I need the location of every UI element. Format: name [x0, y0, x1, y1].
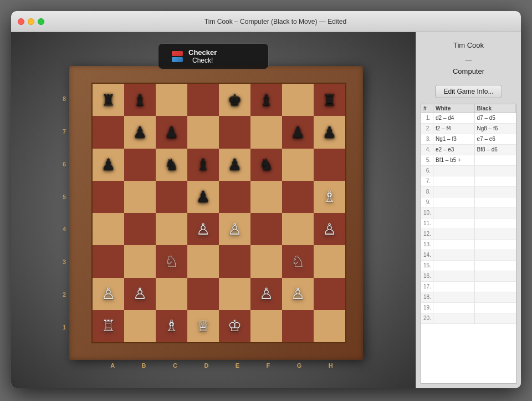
move-row[interactable]: 4. e2 – e3 Bf8 – d6 — [421, 145, 516, 155]
move-white — [433, 313, 475, 323]
chess-cell[interactable] — [282, 310, 314, 342]
chess-cell[interactable]: ♟ — [314, 116, 345, 148]
chess-cell[interactable] — [314, 149, 345, 181]
black-piece: ♟ — [165, 123, 178, 141]
chess-cell[interactable]: ♗ — [314, 181, 345, 213]
chess-cell[interactable]: ♖ — [93, 310, 124, 342]
chess-cell[interactable] — [187, 278, 219, 310]
notif-icon-bottom — [172, 57, 183, 62]
chess-cell[interactable]: ♙ — [187, 213, 219, 245]
chess-cell[interactable] — [124, 245, 156, 277]
move-number: 9. — [421, 197, 433, 207]
move-row[interactable]: 13. — [421, 240, 516, 250]
chess-cell[interactable]: ♘ — [156, 245, 187, 277]
move-white — [433, 187, 475, 197]
move-row[interactable]: 14. — [421, 250, 516, 261]
move-row[interactable]: 20. — [421, 313, 516, 324]
maximize-button[interactable] — [38, 18, 44, 25]
chess-cell[interactable] — [219, 181, 250, 213]
chess-cell[interactable]: ♟ — [156, 116, 187, 148]
chess-cell[interactable]: ♘ — [282, 245, 314, 277]
chess-cell[interactable]: ♞ — [156, 149, 187, 181]
chess-cell[interactable]: ♟ — [187, 181, 219, 213]
chess-cell[interactable]: ♕ — [187, 310, 219, 342]
chess-cell[interactable] — [314, 310, 345, 342]
chess-cell[interactable] — [219, 245, 250, 277]
move-row[interactable]: 19. — [421, 303, 516, 313]
chess-cell[interactable]: ♙ — [282, 278, 314, 310]
chess-cell[interactable] — [124, 213, 156, 245]
close-button[interactable] — [18, 18, 24, 25]
chess-cell[interactable]: ♙ — [250, 278, 282, 310]
move-row[interactable]: 11. — [421, 219, 516, 229]
chess-cell[interactable] — [250, 213, 282, 245]
chess-cell[interactable]: ♟ — [124, 116, 156, 148]
chess-cell[interactable]: ♝ — [124, 84, 156, 116]
chess-cell[interactable] — [156, 213, 187, 245]
move-row[interactable]: 6. — [421, 166, 516, 176]
move-row[interactable]: 15. — [421, 261, 516, 271]
chess-cell[interactable]: ♞ — [250, 149, 282, 181]
chess-cell[interactable]: ♔ — [219, 310, 250, 342]
chess-cell[interactable] — [156, 181, 187, 213]
chess-cell[interactable]: ♝ — [187, 149, 219, 181]
move-row[interactable]: 17. — [421, 282, 516, 292]
chess-cell[interactable] — [93, 245, 124, 277]
chess-cell[interactable] — [282, 149, 314, 181]
chess-cell[interactable] — [250, 116, 282, 148]
chess-cell[interactable]: ♜ — [93, 84, 124, 116]
move-row[interactable]: 16. — [421, 271, 516, 282]
move-row[interactable]: 8. — [421, 187, 516, 197]
chess-cell[interactable] — [250, 181, 282, 213]
chess-cell[interactable]: ♙ — [219, 213, 250, 245]
sidebar: Tim Cook — Computer Edit Game Info... # … — [416, 32, 521, 388]
minimize-button[interactable] — [28, 18, 34, 25]
chess-cell[interactable] — [282, 181, 314, 213]
board-container: 8 7 6 5 4 3 2 1 ♜♝♚♝♜♟♟♟♟♟♞♝♟♞♟♗♙♙♙♘♘♙♙♙… — [58, 49, 369, 371]
chess-cell[interactable] — [282, 213, 314, 245]
chess-cell[interactable] — [282, 84, 314, 116]
chess-cell[interactable] — [156, 84, 187, 116]
move-row[interactable]: 3. Ng1 – f3 e7 – e6 — [421, 134, 516, 145]
move-row[interactable]: 5. Bf1 – b5 + — [421, 155, 516, 166]
edit-game-info-button[interactable]: Edit Game Info... — [435, 85, 502, 98]
move-row[interactable]: 10. — [421, 208, 516, 219]
chess-cell[interactable]: ♙ — [314, 213, 345, 245]
chess-cell[interactable] — [124, 310, 156, 342]
board-grid[interactable]: ♜♝♚♝♜♟♟♟♟♟♞♝♟♞♟♗♙♙♙♘♘♙♙♙♙♖♗♕♔ — [91, 83, 346, 343]
chess-cell[interactable] — [314, 278, 345, 310]
chess-cell[interactable] — [187, 84, 219, 116]
chess-cell[interactable] — [93, 181, 124, 213]
chess-cell[interactable] — [187, 245, 219, 277]
move-row[interactable]: 9. — [421, 197, 516, 208]
move-white — [433, 282, 475, 292]
notification-title: Checker — [188, 48, 217, 57]
chess-cell[interactable] — [124, 149, 156, 181]
chess-cell[interactable] — [124, 181, 156, 213]
chess-cell[interactable]: ♜ — [314, 84, 345, 116]
chess-cell[interactable]: ♟ — [282, 116, 314, 148]
move-row[interactable]: 12. — [421, 229, 516, 240]
chess-cell[interactable]: ♗ — [156, 310, 187, 342]
chess-cell[interactable] — [250, 245, 282, 277]
chess-cell[interactable] — [156, 278, 187, 310]
chess-cell[interactable] — [93, 116, 124, 148]
chess-cell[interactable]: ♟ — [219, 149, 250, 181]
chess-cell[interactable] — [250, 310, 282, 342]
chess-cell[interactable] — [219, 116, 250, 148]
chess-cell[interactable]: ♝ — [250, 84, 282, 116]
chess-cell[interactable] — [93, 213, 124, 245]
chess-cell[interactable] — [187, 116, 219, 148]
move-row[interactable]: 1. d2 – d4 d7 – d5 — [421, 113, 516, 124]
titlebar: Tim Cook – Computer (Black to Move) — Ed… — [11, 11, 521, 32]
chess-cell[interactable] — [314, 245, 345, 277]
chess-cell[interactable]: ♙ — [124, 278, 156, 310]
chess-cell[interactable] — [219, 278, 250, 310]
black-piece: ♝ — [133, 91, 147, 109]
chess-cell[interactable]: ♟ — [93, 149, 124, 181]
chess-cell[interactable]: ♚ — [219, 84, 250, 116]
chess-cell[interactable]: ♙ — [93, 278, 124, 310]
move-row[interactable]: 18. — [421, 292, 516, 303]
move-row[interactable]: 7. — [421, 176, 516, 187]
move-row[interactable]: 2. f2 – f4 Ng8 – f6 — [421, 124, 516, 134]
